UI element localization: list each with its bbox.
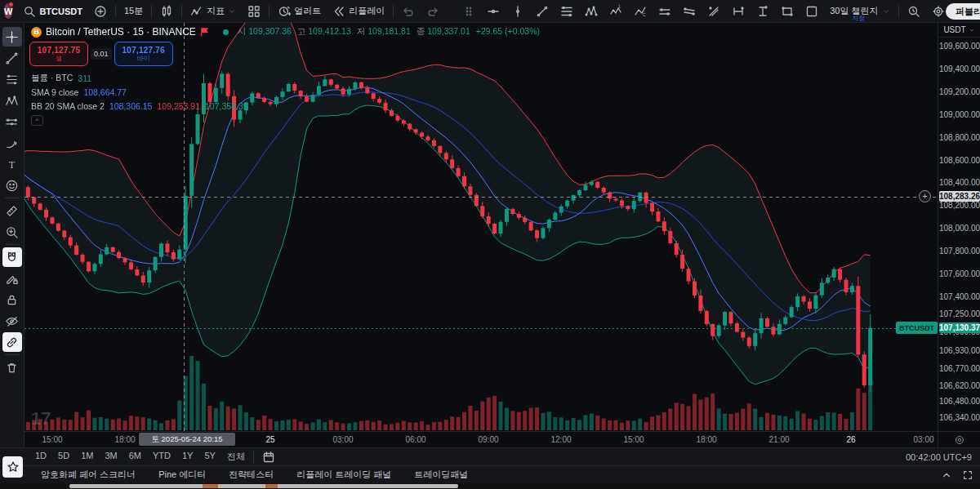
- crosshair-price-label: 108,283.26: [939, 191, 980, 202]
- indicator-row[interactable]: 볼륨 · BTC311: [31, 71, 540, 85]
- xabcd-pattern-icon: [585, 5, 598, 18]
- price-axis[interactable]: USDT 109,600.00109,400.00109,200.00109,0…: [938, 23, 980, 431]
- tool-crosshair[interactable]: [2, 27, 22, 47]
- tool-trend-line-side[interactable]: [2, 48, 22, 68]
- tool-elliott-wave[interactable]: 1: [604, 2, 628, 21]
- range-button-5d[interactable]: 5D: [52, 450, 75, 464]
- indicator-templates-button[interactable]: [242, 2, 266, 21]
- tool-fib-retracement[interactable]: [555, 2, 579, 21]
- price-axis-label: 106,930.00: [938, 346, 980, 355]
- range-button-전체[interactable]: 전체: [221, 450, 251, 464]
- tool-text[interactable]: T: [2, 154, 22, 174]
- range-button-1m[interactable]: 1M: [75, 450, 99, 464]
- range-button-ytd[interactable]: YTD: [147, 450, 176, 464]
- separator: [115, 5, 116, 18]
- lock-drawings-toggle[interactable]: [2, 290, 22, 309]
- add-alert-plus-icon[interactable]: +: [919, 190, 931, 202]
- legend-collapse-button[interactable]: ^: [31, 115, 43, 126]
- undo-button[interactable]: [396, 2, 421, 21]
- tool-patterns[interactable]: [2, 91, 22, 110]
- alert-button[interactable]: 얼러트: [272, 2, 327, 21]
- divider: [5, 198, 20, 198]
- ohlc-value: 109,412.13: [308, 26, 351, 36]
- user-avatar[interactable]: W: [4, 3, 12, 19]
- tradingview-app: W BTCUSDT 15분 지표 얼러트: [0, 0, 980, 489]
- panel-tab-3[interactable]: 리플레이 트레이딩 패널: [285, 467, 403, 482]
- replay-button[interactable]: 리플레이: [327, 2, 390, 21]
- drawing-tools-strip: 1 C: [457, 0, 800, 22]
- separator: [898, 5, 899, 18]
- go-to-date-button[interactable]: [256, 447, 281, 467]
- time-axis[interactable]: 15:0018:002503:0006:0009:0012:0015:0018:…: [24, 431, 938, 447]
- magnet-mode-toggle[interactable]: [2, 247, 22, 267]
- tools-drag-handle[interactable]: [457, 2, 481, 21]
- tool-horizontal-ray[interactable]: [726, 2, 751, 21]
- range-buttons: 1D5D1M3M6MYTD1Y5Y전체: [29, 450, 251, 464]
- redo-button[interactable]: [421, 2, 445, 21]
- chart-style-button[interactable]: [154, 2, 179, 21]
- panel-tab-4[interactable]: 트레이딩패널: [403, 467, 479, 482]
- tool-measure[interactable]: [2, 201, 22, 220]
- hide-drawings-toggle[interactable]: [2, 311, 22, 331]
- chevron-down-icon: [969, 27, 975, 33]
- sell-button[interactable]: 107,127.75 셀: [29, 42, 88, 66]
- range-button-6m[interactable]: 6M: [123, 450, 147, 464]
- tool-brush[interactable]: [2, 133, 22, 153]
- compare-symbol-button[interactable]: [88, 2, 113, 21]
- range-button-3m[interactable]: 3M: [99, 450, 122, 464]
- panel-maximize-icon[interactable]: [962, 469, 973, 481]
- indicator-row[interactable]: SMA 9 close108,664.77: [31, 85, 540, 99]
- panel-expand-chevron-icon[interactable]: [941, 469, 952, 481]
- symbol-title[interactable]: Bitcoin / TetherUS · 15 · BINANCE: [46, 26, 196, 38]
- tool-cross-line[interactable]: [481, 2, 506, 21]
- tool-parallel-channel[interactable]: [653, 2, 677, 21]
- sync-drawings-toggle[interactable]: [2, 332, 22, 352]
- buy-button[interactable]: 107,127.76 바이: [114, 42, 173, 66]
- range-button-1y[interactable]: 1Y: [176, 450, 198, 464]
- xabcd-icon: [5, 94, 19, 108]
- tool-vertical-line[interactable]: [506, 2, 530, 21]
- interval-button[interactable]: 15분: [118, 2, 149, 21]
- tool-disjoint-channel[interactable]: [677, 2, 702, 21]
- panel-tab-1[interactable]: Pine 에디터: [147, 467, 217, 482]
- flag-icon[interactable]: [200, 28, 209, 37]
- remove-drawings-button[interactable]: [2, 358, 22, 377]
- publish-button[interactable]: 퍼블리시: [946, 3, 980, 20]
- time-axis-label: 25: [254, 435, 287, 444]
- layout-select-button[interactable]: [800, 2, 824, 21]
- favorites-toolbar-button[interactable]: [2, 456, 23, 478]
- indicator-row[interactable]: BB 20 SMA close 2108,306.15109,253.91107…: [31, 99, 540, 113]
- timezone-corner[interactable]: [938, 431, 980, 447]
- price-axis-label: 108,400.00: [938, 178, 980, 187]
- separator: [253, 451, 254, 464]
- tool-pitchfork[interactable]: [702, 2, 726, 21]
- panel-tab-list: 암호화폐 페어 스크리너Pine 에디터전략테스터리플레이 트레이딩 패널트레이…: [29, 467, 479, 482]
- drawing-mode-toggle[interactable]: [2, 269, 22, 288]
- panel-tab-2[interactable]: 전략테스터: [217, 467, 285, 482]
- server-clock[interactable]: 00:42:00 UTC+9: [906, 452, 972, 462]
- tool-pattern-abc[interactable]: C: [628, 2, 653, 21]
- taskbar-orange-segment: [203, 484, 218, 488]
- panel-tab-0[interactable]: 암호화폐 페어 스크리너: [29, 467, 147, 482]
- indicators-button[interactable]: 지표: [185, 2, 242, 21]
- tool-trend-line[interactable]: [530, 2, 555, 21]
- quick-search-button[interactable]: [902, 2, 926, 21]
- price-axis-label: 108,200.00: [938, 201, 980, 210]
- tool-long-position[interactable]: [751, 2, 775, 21]
- abc-pattern-icon: C: [634, 5, 647, 18]
- symbol-search-button[interactable]: BTCUSDT: [17, 2, 88, 21]
- avatar-initial: W: [4, 7, 12, 16]
- tool-rectangle[interactable]: [775, 2, 800, 21]
- tool-emoji[interactable]: [2, 176, 22, 195]
- tool-prediction[interactable]: [2, 112, 22, 131]
- tool-pattern-xabcd[interactable]: [579, 2, 604, 21]
- currency-toggle[interactable]: USDT: [938, 23, 980, 38]
- alert-clock-icon: [278, 5, 291, 18]
- range-button-5y[interactable]: 5Y: [198, 450, 220, 464]
- trash-icon: [5, 361, 19, 375]
- tool-fib-side[interactable]: [2, 69, 22, 89]
- range-button-1d[interactable]: 1D: [29, 450, 52, 464]
- tool-zoom-in[interactable]: [2, 222, 22, 242]
- challenge-menu-button[interactable]: 30일 챌린지 지정: [824, 2, 895, 21]
- bottom-panel-tabs: 암호화폐 페어 스크리너Pine 에디터전략테스터리플레이 트레이딩 패널트레이…: [0, 465, 980, 483]
